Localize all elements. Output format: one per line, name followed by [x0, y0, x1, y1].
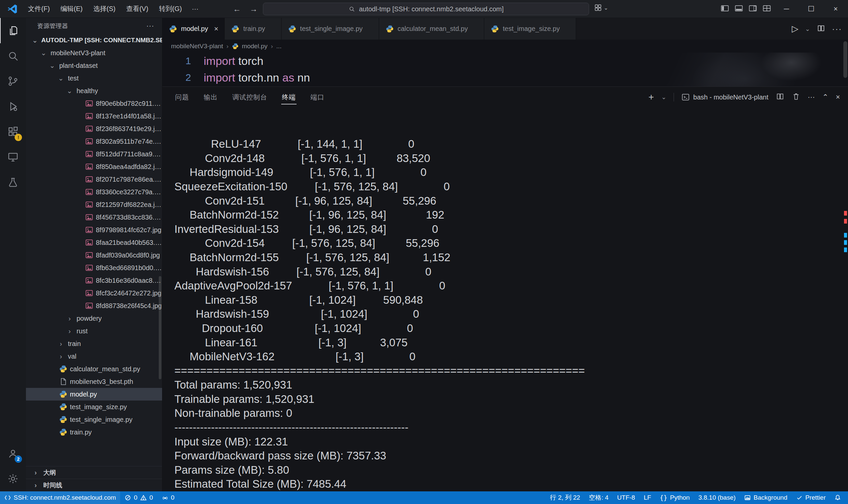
activity-testing[interactable]: [0, 170, 26, 195]
breadcrumb-symbol[interactable]: ...: [276, 42, 282, 50]
menu-编辑(E)[interactable]: 编辑(E): [55, 0, 88, 18]
folder-healthy[interactable]: ⌄healthy: [26, 85, 162, 97]
terminal-dropdown-chevron[interactable]: ⌄: [661, 93, 666, 101]
run-dropdown-chevron[interactable]: ⌄: [805, 25, 810, 33]
folder-test[interactable]: ⌄test: [26, 72, 162, 85]
code-line[interactable]: 1import torch: [162, 53, 848, 69]
tab-train.py[interactable]: train.py: [225, 18, 282, 40]
remote-indicator[interactable]: SSH: connect.nmb2.seetacloud.com: [0, 491, 120, 504]
file-calculator_mean_std.py[interactable]: calculator_mean_std.py: [26, 363, 162, 375]
file-8f2071c7987e86ea.jpg[interactable]: 8f2071c7987e86ea.jpg: [26, 173, 162, 186]
menu-查看(V)[interactable]: 查看(V): [121, 0, 154, 18]
minimize-button[interactable]: ─: [774, 0, 799, 18]
terminal[interactable]: ReLU-147 [-1, 144, 1, 1] 0 Conv2d-148 [-…: [162, 107, 848, 492]
activity-explorer[interactable]: [0, 18, 26, 43]
folder-val[interactable]: ›val: [26, 350, 162, 363]
timeline-section-header[interactable]: › 时间线: [26, 479, 162, 491]
maximize-button[interactable]: ☐: [799, 0, 824, 18]
file-model.py[interactable]: model.py: [26, 388, 162, 400]
language-mode[interactable]: {} Python: [655, 491, 694, 504]
indentation[interactable]: 空格: 4: [584, 491, 613, 504]
code-line[interactable]: 2import torch.nn as nn: [162, 69, 848, 86]
file-8f456733d83cc836.jpg[interactable]: 8f456733d83cc836.jpg: [26, 211, 162, 223]
python-interpreter[interactable]: 3.8.10 (base): [694, 491, 740, 504]
panel-tab-问题[interactable]: 问题: [174, 88, 190, 106]
file-8fb63ed66891b0d0.jpg[interactable]: 8fb63ed66891b0d0.jpg: [26, 262, 162, 274]
encoding[interactable]: UTF-8: [613, 491, 639, 504]
new-terminal-button[interactable]: +: [649, 92, 654, 103]
file-8f90e6bbd782c911.jpg[interactable]: 8f90e6bbd782c911.jpg: [26, 97, 162, 110]
menu-选择(S)[interactable]: 选择(S): [88, 0, 121, 18]
breadcrumb-folder[interactable]: mobileNetV3-plant: [171, 42, 223, 50]
command-center-search[interactable]: autodl-tmp [SSH: connect.nmb2.seetacloud…: [263, 3, 589, 15]
file-8f212597df6822ea.jpg[interactable]: 8f212597df6822ea.jpg: [26, 198, 162, 211]
customize-layout-button[interactable]: [762, 4, 772, 14]
tab-test_single_image.py[interactable]: test_single_image.py: [282, 18, 379, 40]
panel-tab-输出[interactable]: 输出: [203, 88, 218, 106]
back-button[interactable]: ←: [233, 4, 241, 14]
profile-grid-button[interactable]: ⌄: [594, 3, 608, 12]
terminal-instance[interactable]: bash - mobileNetV3-plant: [681, 93, 768, 102]
panel-more-actions-button[interactable]: ···: [808, 93, 815, 102]
activity-accounts[interactable]: 2: [0, 441, 26, 466]
file-8f850aea4adfda82.jpg[interactable]: 8f850aea4adfda82.jpg: [26, 160, 162, 173]
split-terminal-button[interactable]: [776, 92, 784, 102]
code-area[interactable]: 1import torch2import torch.nn as nn: [162, 53, 848, 87]
outline-section-header[interactable]: › 大纲: [26, 466, 162, 479]
notifications[interactable]: [830, 491, 845, 504]
file-8f137ee1d4f01a58.jpg[interactable]: 8f137ee1d4f01a58.jpg: [26, 110, 162, 122]
activity-search[interactable]: [0, 43, 26, 69]
kill-terminal-button[interactable]: [792, 92, 800, 102]
folder-rust[interactable]: ›rust: [26, 325, 162, 337]
tab-model.py[interactable]: model.py×: [162, 18, 225, 40]
folder-powdery[interactable]: ›powdery: [26, 312, 162, 325]
eol[interactable]: LF: [639, 491, 655, 504]
maximize-panel-button[interactable]: ⌃: [823, 93, 828, 102]
editor-more-actions-button[interactable]: ···: [832, 24, 842, 34]
file-mobilenetv3_best.pth[interactable]: mobilenetv3_best.pth: [26, 375, 162, 388]
toggle-sidebar-button[interactable]: [720, 4, 729, 14]
file-8f302a9511b7e74e.jpg[interactable]: 8f302a9511b7e74e.jpg: [26, 135, 162, 148]
panel-tab-终端[interactable]: 终端: [281, 88, 297, 106]
menu-转到(G)[interactable]: 转到(G): [154, 0, 188, 18]
folder-plant-dataset[interactable]: ⌄plant-dataset: [26, 59, 162, 72]
editor-scrollbar[interactable]: [843, 41, 847, 78]
file-8faa21bead40b563.jpg[interactable]: 8faa21bead40b563.jpg: [26, 236, 162, 249]
file-8fadf039a06cd8f0.jpg[interactable]: 8fadf039a06cd8f0.jpg: [26, 249, 162, 262]
forward-button[interactable]: →: [250, 4, 258, 14]
file-train.py[interactable]: train.py: [26, 426, 162, 438]
menu-文件(F)[interactable]: 文件(F): [23, 0, 55, 18]
panel-tab-调试控制台[interactable]: 调试控制台: [232, 88, 268, 106]
close-icon[interactable]: ×: [212, 24, 218, 33]
file-8fd88738e26f45c4.jpg[interactable]: 8fd88738e26f45c4.jpg: [26, 300, 162, 312]
menu-more-button[interactable]: ···: [187, 5, 203, 13]
activity-source-control[interactable]: [0, 69, 26, 94]
panel-tab-端口[interactable]: 端口: [310, 88, 325, 106]
sidebar-more-button[interactable]: ···: [146, 22, 154, 30]
close-panel-button[interactable]: ×: [836, 93, 840, 102]
file-8f236f8637419e29.jpg[interactable]: 8f236f8637419e29.jpg: [26, 122, 162, 135]
toggle-secondary-sidebar-button[interactable]: [748, 4, 758, 14]
close-button[interactable]: ×: [824, 0, 848, 18]
file-8f97989814fc62c7.jpg[interactable]: 8f97989814fc62c7.jpg: [26, 223, 162, 236]
run-python-file-button[interactable]: ▷: [792, 24, 798, 34]
folder-train[interactable]: ›train: [26, 337, 162, 350]
tab-test_image_size.py[interactable]: test_image_size.py: [484, 18, 576, 40]
file-8f3360ce3227c79a.jpg[interactable]: 8f3360ce3227c79a.jpg: [26, 186, 162, 198]
workspace-root-row[interactable]: ⌄ AUTODL-TMP [SSH: CONNECT.NMB2.SE...: [26, 34, 162, 47]
background-extension[interactable]: Background: [740, 491, 791, 504]
sidebar-scrollbar[interactable]: [159, 276, 161, 379]
ports-indicator[interactable]: 0: [157, 491, 179, 504]
file-test_single_image.py[interactable]: test_single_image.py: [26, 413, 162, 426]
split-editor-button[interactable]: [817, 24, 825, 34]
activity-remote-explorer[interactable]: [0, 144, 26, 170]
file-8fc3b16e36d0aac8.jpg[interactable]: 8fc3b16e36d0aac8.jpg: [26, 274, 162, 287]
file-test_image_size.py[interactable]: test_image_size.py: [26, 400, 162, 413]
file-8f512dd7711c8aa9.jpg[interactable]: 8f512dd7711c8aa9.jpg: [26, 148, 162, 160]
activity-extensions[interactable]: !: [0, 119, 26, 144]
folder-mobileNetV3-plant[interactable]: ⌄mobileNetV3-plant: [26, 47, 162, 59]
breadcrumb-file[interactable]: model.py: [242, 42, 268, 50]
activity-run-debug[interactable]: [0, 94, 26, 119]
toggle-panel-button[interactable]: [734, 4, 743, 14]
prettier-status[interactable]: Prettier: [792, 491, 830, 504]
